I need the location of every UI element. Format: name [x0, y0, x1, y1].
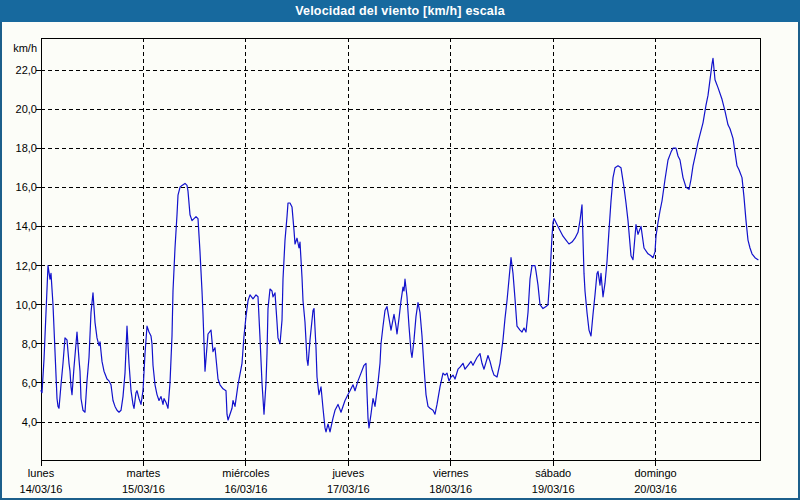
y-tick-label: 20,0	[16, 103, 37, 115]
window-frame	[1, 11, 799, 499]
x-day-name: domingo	[634, 467, 676, 479]
y-tick-label: 16,0	[16, 181, 37, 193]
x-day-name: miércoles	[222, 467, 270, 479]
x-day-name: lunes	[28, 467, 55, 479]
y-tick-label: 10,0	[16, 299, 37, 311]
wind-speed-chart: 22,020,018,016,014,012,010,08,06,04,0lun…	[0, 0, 800, 500]
x-day-date: 18/03/16	[429, 483, 472, 495]
title-bar: Velocidad del viento [km/h] escala	[0, 0, 800, 22]
y-tick-label: 12,0	[16, 260, 37, 272]
y-tick-label: 14,0	[16, 220, 37, 232]
wind-speed-line	[41, 58, 758, 432]
x-day-date: 14/03/16	[20, 483, 63, 495]
x-day-date: 16/03/16	[224, 483, 267, 495]
x-day-name: sábado	[535, 467, 571, 479]
y-tick-label: 18,0	[16, 142, 37, 154]
y-tick-label: 6,0	[22, 377, 37, 389]
x-day-date: 19/03/16	[532, 483, 575, 495]
y-axis-unit-label: km/h	[13, 42, 37, 54]
x-day-date: 17/03/16	[327, 483, 370, 495]
y-tick-label: 22,0	[16, 64, 37, 76]
window-title: Velocidad del viento [km/h] escala	[295, 4, 505, 18]
y-tick-label: 4,0	[22, 416, 37, 428]
y-tick-label: 8,0	[22, 338, 37, 350]
x-day-name: jueves	[331, 467, 364, 479]
x-day-name: viernes	[433, 467, 469, 479]
plot-border	[41, 38, 760, 460]
x-day-name: martes	[127, 467, 161, 479]
x-day-date: 15/03/16	[122, 483, 165, 495]
x-day-date: 20/03/16	[634, 483, 677, 495]
wind-speed-window: 22,020,018,016,014,012,010,08,06,04,0lun…	[0, 0, 800, 500]
